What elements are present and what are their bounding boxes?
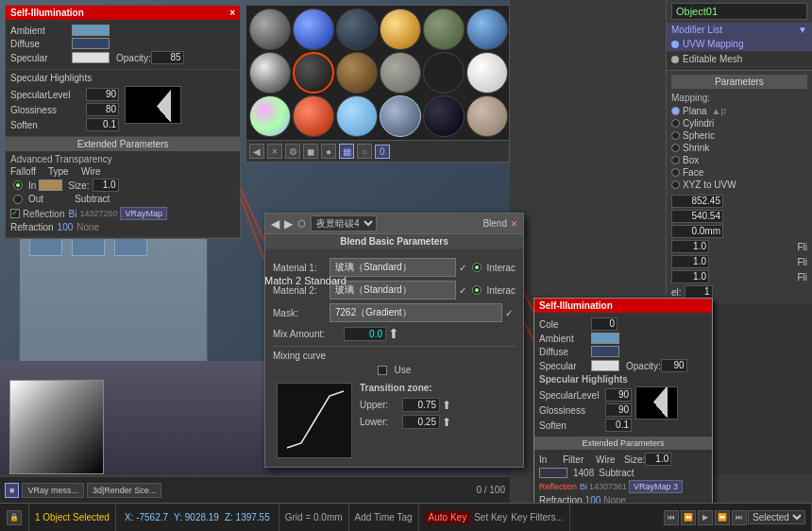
material1-slot[interactable]: 玻璃（Standard） [330, 258, 456, 277]
grid-btn-5[interactable]: ● [321, 144, 336, 159]
use-checkbox[interactable] [378, 366, 387, 375]
reflection-checkbox[interactable] [10, 209, 20, 218]
mat-ball-3[interactable] [336, 9, 378, 50]
params-fli3[interactable]: 1.0 [671, 270, 709, 283]
filter-swatch[interactable] [39, 180, 62, 191]
mix-spinner-up[interactable]: ⬆ [388, 326, 399, 341]
smp-filter-swatch[interactable] [539, 468, 567, 478]
mat-ball-10[interactable] [380, 52, 421, 94]
lock-icon[interactable]: 🔒 [7, 510, 22, 525]
blend-nav-right[interactable]: ▶ [284, 217, 293, 231]
mat-ball-4[interactable] [380, 9, 421, 50]
reflection-map-btn[interactable]: VRayMap [120, 207, 167, 220]
add-time-tag[interactable]: Add Time Tag [355, 512, 413, 522]
mat-ball-16[interactable] [380, 95, 421, 137]
play-end-icon[interactable]: ⏭ [732, 510, 747, 525]
modifier-uvw[interactable]: UVW Mapping [667, 37, 812, 52]
taskbar-vray[interactable]: VRay mess... [22, 483, 84, 498]
mat-ball-2[interactable] [293, 9, 334, 50]
params-val3[interactable]: 0.0mm [671, 225, 723, 238]
blend-nav-left[interactable]: ◀ [271, 217, 279, 231]
params-val1[interactable]: 852.45 [671, 195, 723, 208]
selected-dropdown[interactable]: Selected [748, 510, 805, 524]
mapping-xyz[interactable]: XYZ to UVW [671, 180, 807, 190]
mapping-shrink[interactable]: Shrink [671, 143, 807, 153]
curve-graph[interactable] [277, 383, 352, 458]
mapping-box[interactable]: Box [671, 155, 807, 165]
size-value[interactable]: 1.0 [93, 179, 119, 192]
play-icon[interactable]: ▶ [698, 510, 713, 525]
mapping-face[interactable]: Face [671, 167, 807, 178]
lower-spinner[interactable]: ⬆ [442, 416, 451, 429]
mat-ball-13[interactable] [249, 95, 291, 137]
smp-specular-swatch[interactable] [591, 360, 619, 371]
material2-radio[interactable] [472, 285, 482, 295]
mat-ball-6[interactable] [466, 9, 508, 50]
mat-ball-8[interactable] [293, 52, 334, 94]
smp-spec-level-value[interactable]: 90 [605, 388, 632, 402]
grid-btn-2[interactable]: × [267, 144, 282, 159]
play-start-icon[interactable]: ⏮ [664, 510, 679, 525]
grid-btn-3[interactable]: ⚙ [285, 144, 300, 159]
params-fli2[interactable]: 1.0 [671, 255, 709, 268]
taskbar-render[interactable]: 3d|Render Sce... [87, 483, 161, 498]
material1-radio[interactable] [472, 263, 482, 272]
specular-swatch[interactable] [72, 52, 110, 63]
soften-value[interactable]: 0.1 [86, 118, 119, 131]
blend-nav-get[interactable]: ⬡ [297, 218, 306, 229]
mat-ball-5[interactable] [423, 9, 465, 50]
lower-value[interactable]: 0.25 [402, 415, 440, 429]
key-filters-btn[interactable]: Key Filters... [511, 512, 564, 522]
left-panel-close[interactable]: × [229, 8, 235, 18]
smp-size-value[interactable]: 1.0 [645, 453, 671, 466]
prev-frame-icon[interactable]: ⏪ [681, 510, 696, 525]
mapping-cylindri[interactable]: Cylindri [671, 118, 807, 128]
opacity-value[interactable]: 85 [151, 51, 184, 64]
smp-glossiness-value[interactable]: 90 [605, 403, 632, 417]
modifier-list-bar[interactable]: Modifier List ▼ [667, 23, 812, 37]
smp-opacity-value[interactable]: 90 [661, 359, 687, 372]
mix-amount-value[interactable]: 0.0 [344, 327, 386, 341]
grid-btn-1[interactable]: ◀ [249, 144, 264, 159]
mapping-spheric[interactable]: Spheric [671, 130, 807, 141]
auto-key-btn[interactable]: Auto Key [425, 511, 471, 523]
params-val2[interactable]: 540.54 [671, 210, 723, 223]
upper-spinner[interactable]: ⬆ [442, 399, 451, 412]
grid-num-display[interactable]: 0 [375, 145, 390, 159]
mat-ball-9[interactable] [336, 52, 378, 94]
out-radio[interactable] [13, 195, 23, 204]
in-radio[interactable] [13, 180, 23, 190]
smp-ambient-swatch[interactable] [591, 333, 619, 344]
object-name-input[interactable] [671, 3, 807, 20]
grid-btn-4[interactable]: ◼ [303, 144, 318, 159]
mat-ball-11[interactable] [423, 52, 465, 94]
blend-close-btn[interactable]: × [511, 217, 517, 231]
mat-ball-15[interactable] [336, 95, 378, 137]
mat-ball-1[interactable] [249, 9, 291, 50]
smp-refl-map-btn[interactable]: VRayMap 3 [629, 480, 683, 493]
mapping-planar[interactable]: Plana ▲p [671, 106, 807, 116]
mat-ball-18[interactable] [466, 95, 508, 137]
next-frame-icon[interactable]: ⏩ [715, 510, 730, 525]
spec-level-value[interactable]: 90 [86, 88, 119, 101]
grid-btn-7[interactable]: ○ [357, 144, 372, 159]
blend-name-dropdown[interactable]: 夜景暗碳4 [311, 215, 377, 231]
modifier-editable-mesh[interactable]: Editable Mesh [667, 52, 812, 67]
mat-ball-17[interactable] [423, 95, 465, 137]
diffuse-swatch[interactable] [72, 38, 110, 49]
material2-slot[interactable]: 玻璃（Standard） [330, 281, 456, 300]
mat-ball-7[interactable] [249, 52, 291, 94]
smp-soften-value[interactable]: 0.1 [605, 419, 632, 432]
taskbar-icon[interactable]: ■ [5, 483, 19, 498]
mat-ball-12[interactable] [466, 52, 508, 94]
grid-btn-6[interactable]: ▦ [339, 144, 354, 159]
mask-slot[interactable]: 7262（Gradient） [330, 303, 502, 322]
glossiness-value[interactable]: 80 [86, 103, 119, 116]
upper-value[interactable]: 0.75 [402, 398, 440, 412]
set-key-btn[interactable]: Set Key [474, 512, 507, 522]
mat-ball-14[interactable] [293, 95, 334, 137]
smp-diffuse-swatch[interactable] [591, 346, 619, 357]
ambient-swatch[interactable] [72, 25, 110, 36]
params-fli1[interactable]: 1.0 [671, 240, 709, 253]
smp-cole-value[interactable]: 0 [591, 317, 617, 331]
